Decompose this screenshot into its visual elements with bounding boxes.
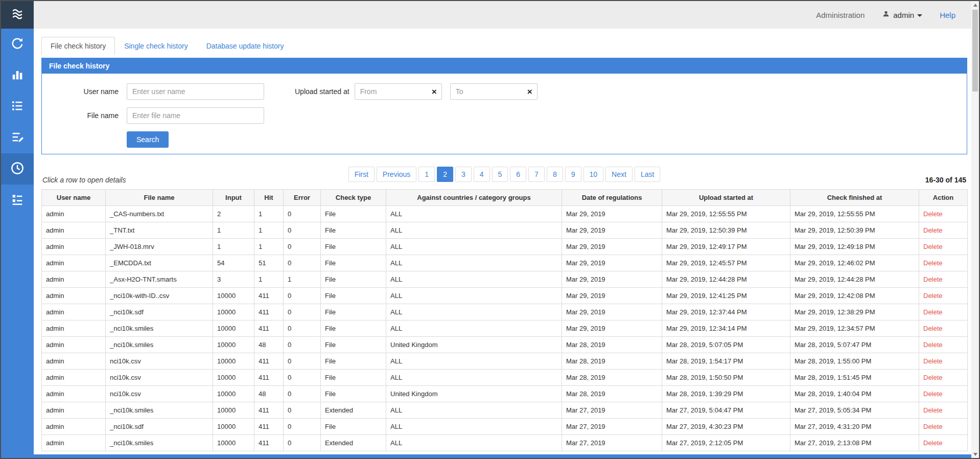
table-cell: Mar 27, 2019, 4:30:23 PM <box>662 419 790 435</box>
page-button-1[interactable]: 1 <box>418 167 435 182</box>
table-cell: Mar 28, 2019 <box>562 337 662 353</box>
table-cell: _JWH-018.mrv <box>106 239 213 255</box>
delete-link[interactable]: Delete <box>923 292 943 300</box>
result-range-label: 16-30 of 145 <box>925 176 966 184</box>
delete-link[interactable]: Delete <box>923 423 943 430</box>
delete-link[interactable]: Delete <box>923 390 943 398</box>
action-cell: Delete <box>919 288 968 304</box>
table-cell: 10000 <box>213 402 254 419</box>
clock-history-icon <box>10 160 25 178</box>
table-row[interactable]: admin_nci10k.smiles100004110ExtendedALLM… <box>42 435 968 451</box>
administration-link[interactable]: Administration <box>816 11 865 19</box>
page-button-6[interactable]: 6 <box>510 167 526 182</box>
table-row[interactable]: admin_nci10k.smiles100004110ExtendedALLM… <box>42 402 968 419</box>
page-button-first[interactable]: First <box>348 167 375 182</box>
table-row[interactable]: admin_CAS-numbers.txt210FileALLMar 29, 2… <box>42 206 968 222</box>
page-button-9[interactable]: 9 <box>565 167 581 182</box>
table-cell: _TNT.txt <box>106 222 213 239</box>
table-row[interactable]: admin_nci10k.sdf100004110FileALLMar 27, … <box>42 419 968 435</box>
table-cell: admin <box>42 370 106 386</box>
table-row[interactable]: adminnci10k.csv100004110FileALLMar 28, 2… <box>42 370 968 386</box>
delete-link[interactable]: Delete <box>923 259 943 267</box>
page-button-2[interactable]: 2 <box>437 167 453 182</box>
user-name-input[interactable] <box>127 83 264 100</box>
app-logo[interactable] <box>1 1 34 29</box>
delete-link[interactable]: Delete <box>923 226 943 234</box>
table-cell: admin <box>42 419 106 435</box>
table-cell: Mar 29, 2019 <box>562 288 662 304</box>
page-button-previous[interactable]: Previous <box>377 167 416 182</box>
delete-link[interactable]: Delete <box>923 357 943 365</box>
table-row[interactable]: admin_nci10k.smiles10000480FileUnited Ki… <box>42 337 968 353</box>
sidebar-item-history[interactable] <box>1 153 34 185</box>
delete-link[interactable]: Delete <box>923 210 943 218</box>
table-cell: Mar 28, 2019 <box>562 370 662 386</box>
scrollbar-thumb[interactable] <box>972 10 978 91</box>
page-button-10[interactable]: 10 <box>584 167 604 182</box>
table-cell: _nci10k-with-ID..csv <box>106 288 213 304</box>
help-link[interactable]: Help <box>940 11 955 19</box>
page-button-3[interactable]: 3 <box>455 167 472 182</box>
table-row[interactable]: admin_nci10k-with-ID..csv100004110FileAL… <box>42 288 968 304</box>
column-header: Against countries / category groups <box>386 190 562 206</box>
search-button[interactable]: Search <box>127 131 169 148</box>
table-cell: 0 <box>284 435 321 451</box>
table-row[interactable]: admin_JWH-018.mrv110FileALLMar 29, 2019M… <box>42 239 968 255</box>
action-cell: Delete <box>919 222 968 239</box>
page-button-4[interactable]: 4 <box>474 167 490 182</box>
table-row[interactable]: admin_EMCDDA.txt54510FileALLMar 29, 2019… <box>42 255 968 271</box>
sidebar-item-statistics[interactable] <box>1 60 34 91</box>
delete-link[interactable]: Delete <box>923 308 943 316</box>
from-date-field: × <box>355 83 442 100</box>
table-cell: File <box>321 239 386 255</box>
delete-link[interactable]: Delete <box>923 276 943 283</box>
clear-from-icon[interactable]: × <box>427 87 441 96</box>
page-button-7[interactable]: 7 <box>528 167 545 182</box>
scroll-down-icon[interactable] <box>971 450 979 458</box>
table-cell: _nci10k.smiles <box>106 337 213 353</box>
table-row[interactable]: admin_TNT.txt110FileALLMar 29, 2019Mar 2… <box>42 222 968 239</box>
column-header: Date of regulations <box>562 190 662 206</box>
file-name-input[interactable] <box>127 107 264 124</box>
delete-link[interactable]: Delete <box>923 406 943 414</box>
sidebar-item-check-editor[interactable] <box>1 122 34 153</box>
delete-link[interactable]: Delete <box>923 243 943 250</box>
sidebar-item-reports[interactable] <box>1 185 34 216</box>
delete-link[interactable]: Delete <box>923 341 943 349</box>
page-button-next[interactable]: Next <box>605 167 633 182</box>
sidebar-item-lists[interactable] <box>1 91 34 122</box>
tab-single-check-history[interactable]: Single check history <box>115 37 197 55</box>
table-row[interactable]: adminnci10k.csv10000480FileUnited Kingdo… <box>42 386 968 402</box>
user-menu[interactable]: admin <box>882 10 922 20</box>
page-button-last[interactable]: Last <box>635 167 660 182</box>
sidebar-item-update[interactable] <box>1 29 34 60</box>
table-row[interactable]: admin_nci10k.sdf100004110FileALLMar 29, … <box>42 304 968 320</box>
table-cell: admin <box>42 304 106 320</box>
table-cell: 0 <box>284 386 321 402</box>
tab-database-update-history[interactable]: Database update history <box>197 37 293 55</box>
table-row[interactable]: adminnci10k.csv100004110FileALLMar 28, 2… <box>42 353 968 370</box>
table-cell: nci10k.csv <box>106 386 213 402</box>
tab-file-check-history[interactable]: File check history <box>41 37 115 55</box>
page-button-5[interactable]: 5 <box>492 167 508 182</box>
clear-to-icon[interactable]: × <box>523 87 537 96</box>
table-row[interactable]: admin_Asx-H2O-TNT.smarts311FileALLMar 29… <box>42 271 968 288</box>
page-button-8[interactable]: 8 <box>547 167 563 182</box>
table-head: User nameFile nameInputHitErrorCheck typ… <box>42 190 968 206</box>
row-details-hint: Click a row to open details <box>42 176 126 184</box>
vertical-scrollbar[interactable] <box>971 1 979 458</box>
delete-link[interactable]: Delete <box>923 374 943 381</box>
column-header: Check finished at <box>790 190 919 206</box>
action-cell: Delete <box>919 386 968 402</box>
delete-link[interactable]: Delete <box>923 439 943 447</box>
from-date-input[interactable] <box>355 87 427 96</box>
delete-link[interactable]: Delete <box>923 325 943 332</box>
table-cell: 1 <box>213 239 254 255</box>
history-table: User nameFile nameInputHitErrorCheck typ… <box>41 189 968 451</box>
scroll-up-icon[interactable] <box>971 1 979 9</box>
to-date-input[interactable] <box>451 87 523 96</box>
table-cell: Mar 29, 2019, 12:34:57 PM <box>790 320 919 337</box>
table-cell: Mar 29, 2019 <box>562 206 662 222</box>
table-row[interactable]: admin_nci10k.smiles100004110FileALLMar 2… <box>42 320 968 337</box>
action-cell: Delete <box>919 271 968 288</box>
